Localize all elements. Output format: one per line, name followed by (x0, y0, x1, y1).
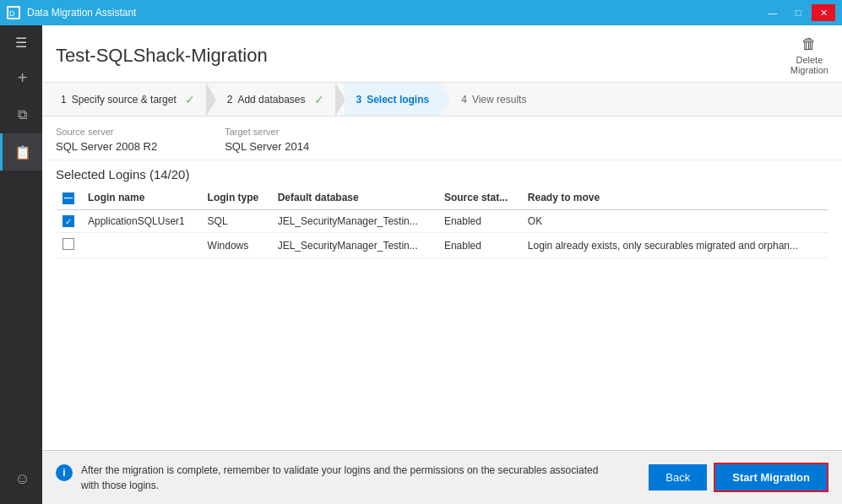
table-row: ✓ApplicationSQLUser1SQLJEL_SecurityManag… (56, 209, 828, 233)
sidebar-item-settings[interactable]: ☺ (0, 460, 42, 497)
target-server-label: Target server (225, 127, 309, 137)
step-3: 3 Select logins (345, 83, 442, 116)
maximize-button[interactable]: □ (786, 4, 810, 21)
row-cell-default-database: JEL_SecurityManager_Testin... (271, 209, 437, 233)
window-controls: — □ ✕ (761, 4, 835, 21)
step-2-label: Add databases (237, 94, 305, 106)
delete-migration-button[interactable]: 🗑 Delete Migration (790, 35, 828, 75)
copy-icon: ⧉ (18, 107, 27, 122)
step-2-check: ✓ (314, 93, 324, 106)
row-checkbox[interactable] (62, 238, 74, 250)
sidebar-bottom: ☺ (0, 460, 42, 497)
table-row: WindowsJEL_SecurityManager_Testin...Enab… (56, 233, 828, 258)
step-1-label: Specify source & target (72, 94, 177, 106)
start-migration-button[interactable]: Start Migration (714, 463, 828, 492)
select-all-checkbox[interactable]: — (62, 192, 74, 204)
row-checkbox-cell (56, 233, 81, 258)
row-cell-login-name (81, 233, 201, 258)
sidebar-item-assessment[interactable]: 📋 (0, 133, 42, 171)
close-button[interactable]: ✕ (812, 4, 835, 21)
step-1-check: ✓ (185, 93, 195, 106)
row-cell-login-name: ApplicationSQLUser1 (81, 209, 201, 233)
steps-bar: 1 Specify source & target ✓ 2 Add databa… (42, 83, 842, 117)
svg-text:D: D (9, 9, 15, 18)
col-header-checkbox: — (56, 187, 81, 209)
sidebar-top: ☰ + ⧉ 📋 (0, 25, 42, 171)
row-cell-default-database: JEL_SecurityManager_Testin... (271, 233, 437, 258)
col-header-ready-to-move: Ready to move (521, 187, 828, 209)
source-server-group: Source server SQL Server 2008 R2 (56, 127, 157, 153)
step-4-num: 4 (461, 94, 467, 106)
title-bar-left: D Data Migration Assistant (7, 6, 136, 19)
assessment-icon: 📋 (14, 144, 31, 160)
sidebar-item-copy[interactable]: ⧉ (0, 96, 42, 133)
logins-table: — Login name Login type Default database… (56, 187, 828, 258)
hamburger-menu-button[interactable]: ☰ (0, 25, 42, 59)
back-button[interactable]: Back (649, 464, 707, 490)
delete-icon: 🗑 (801, 35, 817, 53)
step-1: 1 Specify source & target ✓ (49, 83, 207, 116)
row-checkbox[interactable]: ✓ (62, 215, 74, 227)
title-bar: D Data Migration Assistant — □ ✕ (0, 0, 842, 25)
smiley-icon: ☺ (14, 470, 30, 488)
col-header-default-database: Default database (271, 187, 437, 209)
source-server-label: Source server (56, 127, 157, 137)
logins-table-wrapper: — Login name Login type Default database… (42, 187, 842, 450)
delete-label: Delete Migration (790, 55, 828, 75)
col-header-login-name: Login name (81, 187, 201, 209)
main-content: Test-SQLShack-Migration 🗑 Delete Migrati… (42, 25, 842, 504)
row-cell-ready-to-move: OK (521, 209, 828, 233)
row-cell-login-type: Windows (201, 233, 271, 258)
row-cell-ready-to-move: Login already exists, only securables mi… (521, 233, 828, 258)
step-1-num: 1 (61, 94, 67, 106)
new-icon: + (18, 68, 28, 88)
col-header-login-type: Login type (201, 187, 271, 209)
row-cell-login-type: SQL (201, 209, 271, 233)
minimize-button[interactable]: — (761, 4, 785, 21)
row-cell-source-status: Enabled (437, 233, 521, 258)
step-3-label: Select logins (367, 94, 429, 106)
logins-heading: Selected Logins (14/20) (42, 160, 842, 187)
window-title: Data Migration Assistant (27, 7, 136, 19)
hamburger-icon: ☰ (15, 35, 27, 51)
sidebar: ☰ + ⧉ 📋 ☺ (0, 25, 42, 504)
row-checkbox-cell: ✓ (56, 209, 81, 233)
target-server-value: SQL Server 2014 (225, 140, 309, 153)
info-icon: i (56, 464, 73, 481)
row-cell-source-status: Enabled (437, 209, 521, 233)
target-server-group: Target server SQL Server 2014 (225, 127, 309, 153)
footer: i After the migration is complete, remem… (42, 450, 842, 504)
step-4-label: View results (472, 94, 526, 106)
col-header-source-status: Source stat... (437, 187, 521, 209)
sidebar-item-new[interactable]: + (0, 59, 42, 96)
project-title: Test-SQLShack-Migration (56, 45, 268, 67)
app-icon: D (7, 6, 20, 19)
step-2-num: 2 (227, 94, 233, 106)
app-body: ☰ + ⧉ 📋 ☺ Test-SQLShack-Migration 🗑 De (0, 25, 842, 504)
server-info: Source server SQL Server 2008 R2 Target … (42, 117, 842, 160)
app-header: Test-SQLShack-Migration 🗑 Delete Migrati… (42, 25, 842, 83)
footer-info: i After the migration is complete, remem… (56, 463, 649, 493)
footer-buttons: Back Start Migration (649, 463, 828, 492)
footer-info-text: After the migration is complete, remembe… (81, 463, 605, 493)
step-3-num: 3 (356, 94, 362, 106)
step-2: 2 Add databases ✓ (215, 83, 336, 116)
step-4: 4 View results (449, 83, 538, 116)
source-server-value: SQL Server 2008 R2 (56, 140, 157, 153)
